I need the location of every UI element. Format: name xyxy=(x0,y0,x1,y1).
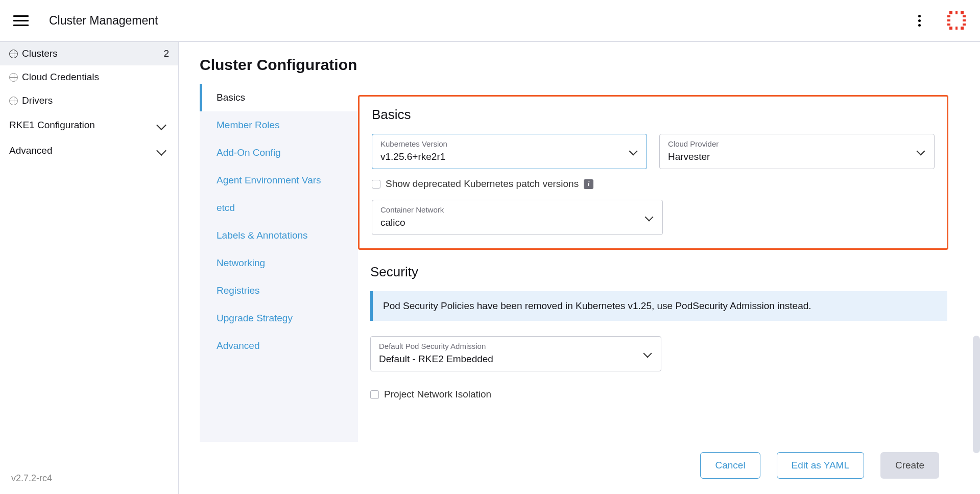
version-label: v2.7.2-rc4 xyxy=(0,463,178,494)
chevron-down-icon xyxy=(630,148,637,155)
tab-member-roles[interactable]: Member Roles xyxy=(202,111,358,139)
project-network-isolation-checkbox[interactable] xyxy=(370,390,379,399)
svg-rect-1 xyxy=(955,11,958,14)
chevron-down-icon xyxy=(156,120,166,130)
field-label: Kubernetes Version xyxy=(380,139,638,148)
field-label: Container Network xyxy=(380,205,654,214)
tab-agent-env-vars[interactable]: Agent Environment Vars xyxy=(202,167,358,194)
svg-rect-0 xyxy=(949,11,952,14)
sidebar-item-count: 2 xyxy=(163,48,169,59)
kebab-menu-icon[interactable] xyxy=(913,10,926,32)
svg-rect-10 xyxy=(955,27,958,30)
sidebar-group-rke1[interactable]: RKE1 Configuration xyxy=(0,112,178,138)
field-value: Default - RKE2 Embedded xyxy=(379,354,653,365)
security-info-banner: Pod Security Policies have been removed … xyxy=(370,291,947,321)
hamburger-menu-icon[interactable] xyxy=(13,13,29,28)
sidebar-item-label: Clusters xyxy=(22,48,58,59)
sidebar-group-label: Advanced xyxy=(9,145,53,156)
sidebar-item-clusters[interactable]: Clusters 2 xyxy=(0,42,178,65)
main-content: Cluster Configuration Basics Member Role… xyxy=(179,42,980,494)
pod-security-admission-select[interactable]: Default Pod Security Admission Default -… xyxy=(370,336,661,371)
page-header-title: Cluster Management xyxy=(49,14,913,28)
svg-rect-7 xyxy=(947,23,950,26)
info-icon[interactable]: i xyxy=(584,179,593,189)
tab-upgrade-strategy[interactable]: Upgrade Strategy xyxy=(202,304,358,332)
create-button[interactable]: Create xyxy=(880,452,939,479)
sidebar-group-label: RKE1 Configuration xyxy=(9,120,95,131)
svg-rect-6 xyxy=(963,19,966,21)
sidebar: Clusters 2 Cloud Credentials Drivers RKE… xyxy=(0,42,179,494)
scrollbar[interactable] xyxy=(973,336,980,453)
chevron-down-icon xyxy=(646,214,653,221)
tab-networking[interactable]: Networking xyxy=(202,249,358,277)
checkbox-label: Project Network Isolation xyxy=(384,389,491,400)
header-actions xyxy=(913,10,967,32)
tab-labels-annotations[interactable]: Labels & Annotations xyxy=(202,222,358,249)
cancel-button[interactable]: Cancel xyxy=(700,452,760,479)
tab-advanced[interactable]: Advanced xyxy=(202,332,358,360)
globe-icon xyxy=(9,50,18,58)
svg-rect-5 xyxy=(947,19,950,21)
sidebar-item-label: Drivers xyxy=(22,95,53,106)
svg-rect-11 xyxy=(961,27,964,30)
svg-rect-8 xyxy=(963,23,966,26)
field-label: Cloud Provider xyxy=(668,139,926,148)
cloud-provider-select[interactable]: Cloud Provider Harvester xyxy=(659,134,935,169)
globe-icon xyxy=(9,97,18,105)
svg-rect-2 xyxy=(961,11,964,14)
field-value: v1.25.6+rke2r1 xyxy=(380,151,638,162)
tab-etcd[interactable]: etcd xyxy=(202,194,358,222)
page-title: Cluster Configuration xyxy=(200,56,960,74)
edit-as-yaml-button[interactable]: Edit as YAML xyxy=(777,452,864,479)
app-logo-icon xyxy=(946,10,967,31)
sidebar-item-cloud-credentials[interactable]: Cloud Credentials xyxy=(0,65,178,89)
chevron-down-icon xyxy=(918,148,925,155)
field-label: Default Pod Security Admission xyxy=(379,342,653,350)
sidebar-item-drivers[interactable]: Drivers xyxy=(0,89,178,112)
checkbox-label: Show deprecated Kubernetes patch version… xyxy=(386,178,579,190)
svg-rect-9 xyxy=(949,27,952,30)
tab-basics[interactable]: Basics xyxy=(200,84,358,111)
section-title-security: Security xyxy=(370,264,947,280)
tab-addon-config[interactable]: Add-On Config xyxy=(202,139,358,167)
sidebar-item-label: Cloud Credentials xyxy=(22,72,99,83)
kubernetes-version-select[interactable]: Kubernetes Version v1.25.6+rke2r1 xyxy=(372,134,647,169)
basics-highlight-box: Basics Kubernetes Version v1.25.6+rke2r1… xyxy=(358,95,948,250)
chevron-down-icon xyxy=(644,350,652,358)
container-network-select[interactable]: Container Network calico xyxy=(372,200,663,235)
deprecated-versions-checkbox[interactable] xyxy=(372,180,380,189)
svg-rect-3 xyxy=(947,15,950,17)
config-tabs: Basics Member Roles Add-On Config Agent … xyxy=(200,84,358,442)
svg-rect-4 xyxy=(963,15,966,17)
section-title-basics: Basics xyxy=(372,107,935,123)
footer-actions: Cancel Edit as YAML Create xyxy=(200,442,960,494)
field-value: calico xyxy=(380,217,654,228)
field-value: Harvester xyxy=(668,151,926,162)
sidebar-group-advanced[interactable]: Advanced xyxy=(0,138,178,163)
chevron-down-icon xyxy=(156,146,166,156)
globe-icon xyxy=(9,73,18,82)
tab-registries[interactable]: Registries xyxy=(202,277,358,304)
top-header: Cluster Management xyxy=(0,0,980,42)
